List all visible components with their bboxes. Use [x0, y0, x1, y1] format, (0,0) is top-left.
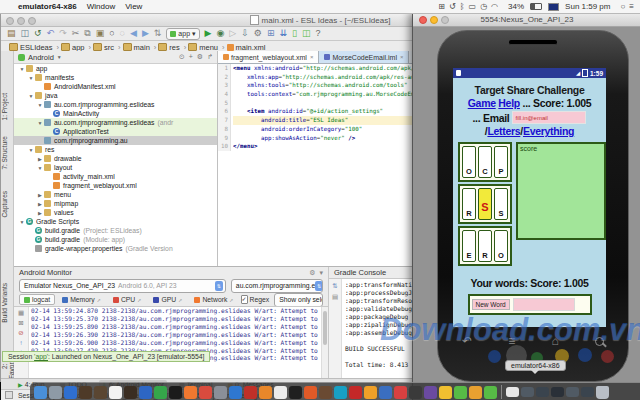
dock-icon-0[interactable]: [34, 386, 47, 399]
dock-icon-16[interactable]: [274, 386, 287, 399]
emulator-title-bar[interactable]: 5554:Nexus_One_API_23: [413, 13, 640, 27]
paste-icon[interactable]: ▣: [96, 27, 105, 40]
tree-item-menu[interactable]: ▶menu: [14, 190, 217, 199]
bluetooth-icon[interactable]: ᛒ: [460, 2, 465, 11]
tree-item-drawable[interactable]: ▶drawable: [14, 154, 217, 163]
new-word-input[interactable]: [513, 298, 575, 311]
device-select[interactable]: Emulator Nexus_One_API_23 Android 6.0, A…: [19, 279, 226, 293]
menu-item-window[interactable]: Window: [87, 2, 115, 11]
active-app-name[interactable]: emulator64-x86: [18, 2, 77, 11]
project-structure-icon[interactable]: ⊞: [267, 27, 275, 40]
minimized-window-0[interactable]: [506, 387, 519, 397]
minimized-window-1[interactable]: [521, 387, 534, 397]
dock-icon-6[interactable]: [124, 386, 137, 399]
minimized-window-2[interactable]: [536, 387, 549, 397]
dock-icon-20[interactable]: [334, 386, 347, 399]
dock-icon-24[interactable]: [394, 386, 407, 399]
soft-wrap-icon[interactable]: ⇅: [332, 282, 337, 290]
undo-icon[interactable]: ↶: [47, 27, 55, 40]
forward-icon[interactable]: ▶: [142, 27, 149, 40]
sdk-manager-icon[interactable]: ⇊: [279, 27, 287, 40]
dock-icon-7[interactable]: [139, 386, 152, 399]
stripe-7-structure[interactable]: 7: Structure: [1, 136, 13, 170]
minimized-window-4[interactable]: [566, 387, 579, 397]
minimized-window-5[interactable]: [581, 387, 594, 397]
tree-item-com-rjmprogramming-au[interactable]: com.rjmprogramming.au: [14, 136, 217, 145]
trash-icon[interactable]: [596, 386, 609, 399]
cut-icon[interactable]: ✂: [72, 27, 80, 40]
menu-item-view[interactable]: View: [125, 2, 142, 11]
tree-item-java[interactable]: ▼java: [14, 91, 217, 100]
dock-icon-10[interactable]: [184, 386, 197, 399]
minimized-window-3[interactable]: [551, 387, 564, 397]
help-link[interactable]: Help: [498, 97, 520, 109]
dock-icon-8[interactable]: [154, 386, 167, 399]
dock-icon-27[interactable]: [439, 386, 452, 399]
collapse-all-icon[interactable]: ⊙: [179, 53, 185, 61]
clock-icon[interactable]: ◷: [480, 2, 487, 11]
monitor-tab-cpu[interactable]: CPU➚: [108, 294, 147, 305]
dock-icon-25[interactable]: [409, 386, 422, 399]
tree-item-values[interactable]: ▶values: [14, 208, 217, 217]
dock-icon-18[interactable]: [304, 386, 317, 399]
monitor-minimize-icon[interactable]: ▾: [319, 269, 323, 277]
avd-manager-icon[interactable]: ▯: [292, 27, 297, 40]
letter-cell-e[interactable]: E: [462, 230, 476, 262]
tree-item-gradle-scripts[interactable]: ▼GGradle Scripts: [14, 217, 217, 226]
tree-item-androidmanifest-xml[interactable]: AndroidManifest.xml: [14, 82, 217, 91]
monitor-tab-gpu[interactable]: GPU➚: [148, 294, 187, 305]
stripe-1-project[interactable]: 1: Project: [1, 93, 13, 120]
monitor-tab-network[interactable]: Network➚: [189, 294, 238, 305]
dock-icon-26[interactable]: [424, 386, 437, 399]
project-view-mode[interactable]: Android: [28, 53, 54, 62]
score-textarea[interactable]: score: [516, 142, 606, 240]
spotlight-icon[interactable]: ○: [620, 2, 625, 11]
coverage-icon[interactable]: ▷: [229, 27, 236, 40]
close-icon[interactable]: ×: [400, 54, 404, 60]
tree-item-au-com-rjmprogramming-eslideas[interactable]: ▼au.com.rjmprogramming.eslideas(andr: [14, 118, 217, 127]
window-controls[interactable]: [419, 16, 449, 24]
letter-cell-s[interactable]: S: [478, 188, 492, 220]
back-icon[interactable]: ↶: [462, 334, 472, 348]
open-icon[interactable]: ▤: [7, 27, 16, 40]
letter-cell-r[interactable]: R: [462, 188, 476, 220]
copy-icon[interactable]: ⧉: [84, 27, 90, 40]
device-screen[interactable]: ◢ 1:59 Target Share Challenge Game Help …: [453, 68, 606, 327]
tree-item-app[interactable]: ▼app: [14, 64, 217, 73]
dock-icon-11[interactable]: [199, 386, 212, 399]
dock-icon-9[interactable]: [169, 386, 182, 399]
stripe-build-variants[interactable]: Build Variants: [1, 283, 13, 323]
close-icon[interactable]: ×: [310, 54, 314, 60]
dock-icon-14[interactable]: [244, 386, 257, 399]
letter-cell-c[interactable]: C: [478, 146, 492, 178]
dock-icon-17[interactable]: [289, 386, 302, 399]
window-controls[interactable]: [6, 17, 36, 25]
game-link[interactable]: Game: [468, 97, 496, 109]
back-icon[interactable]: ◀: [130, 27, 137, 40]
letter-cell-r[interactable]: R: [478, 230, 492, 262]
snapshot-icon[interactable]: ▦: [18, 309, 24, 317]
dock-icon-28[interactable]: [454, 386, 467, 399]
menu-icon[interactable]: ≡: [508, 334, 515, 348]
run-configuration-select[interactable]: app▾: [166, 28, 199, 40]
tree-item-gradle-wrapper-properties[interactable]: gradle-wrapper.properties(Gradle Version: [14, 244, 217, 253]
app-session-link[interactable]: 'app': [34, 353, 48, 360]
tree-item-build-gradle[interactable]: Gbuild.gradle(Module: app): [14, 235, 217, 244]
letter-cell-o[interactable]: O: [494, 230, 508, 262]
tree-item-mipmap[interactable]: ▶mipmap: [14, 199, 217, 208]
wifi-icon[interactable]: ◠: [491, 2, 498, 11]
no-filter-icon[interactable]: ⊘: [18, 329, 23, 337]
letter-cell-p[interactable]: P: [494, 146, 508, 178]
scroll-up-icon[interactable]: ↑: [19, 339, 22, 346]
dock-icon-2[interactable]: [64, 386, 77, 399]
tree-item-activity-main-xml[interactable]: activity_main.xml: [14, 172, 217, 181]
redo-icon[interactable]: ↷: [59, 27, 67, 40]
tree-item-manifests[interactable]: ▼manifests: [14, 73, 217, 82]
tree-item-layout[interactable]: ▼layout: [14, 163, 217, 172]
clear-log-icon[interactable]: ⊠: [18, 319, 23, 327]
debug-icon[interactable]: ◉: [216, 27, 224, 40]
monitor-tab-memory[interactable]: Memory➚: [57, 294, 106, 305]
sync-gradle-icon[interactable]: ◫: [302, 27, 311, 40]
sync-icon[interactable]: ↺: [34, 27, 42, 40]
display-icon[interactable]: ▭: [469, 2, 477, 11]
